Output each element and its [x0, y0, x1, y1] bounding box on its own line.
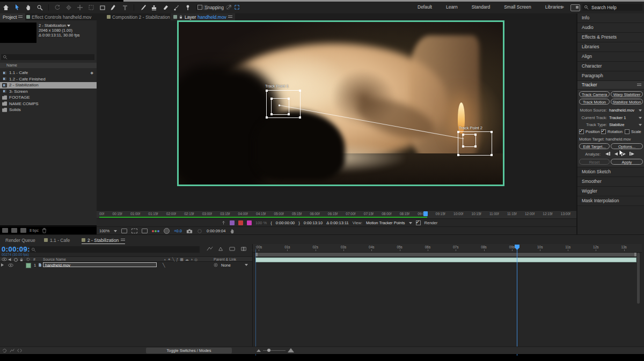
- edit-target-button[interactable]: Edit Target...: [579, 143, 610, 149]
- tracker-panel-header[interactable]: Tracker: [577, 81, 644, 90]
- help-search-input[interactable]: [590, 4, 641, 11]
- selection-tool-icon[interactable]: [13, 4, 21, 11]
- project-item-name-comps[interactable]: NAME COMPS: [0, 101, 97, 107]
- collapsed-panel-header[interactable]: Info: [577, 13, 644, 23]
- track-motion-button[interactable]: Track Motion: [579, 99, 610, 105]
- stabilize-motion-button[interactable]: Stabilize Motion: [611, 99, 643, 105]
- tab-composition[interactable]: Composition 2 - Stabilization: [104, 13, 173, 20]
- workspace-tab[interactable]: Standard: [472, 4, 491, 10]
- collapsed-panel-header[interactable]: Audio: [577, 23, 644, 33]
- collapsed-panel-header[interactable]: Effects & Presets: [577, 33, 644, 42]
- shy-layers-icon[interactable]: [229, 246, 236, 252]
- index-column-header[interactable]: #: [33, 257, 35, 261]
- collapsed-panel-header[interactable]: Wiggler: [577, 187, 644, 196]
- timeline-ruler[interactable]: :00s01s02s03s04s05s06s07s08s09s10s11s12s…: [253, 244, 642, 253]
- new-composition-icon[interactable]: [20, 228, 26, 233]
- region-of-interest-icon[interactable]: [142, 229, 148, 233]
- workspace-overflow-chevrons[interactable]: »: [561, 4, 564, 10]
- project-search-box[interactable]: [1, 54, 94, 60]
- workspace-tab[interactable]: Learn: [446, 4, 458, 10]
- shape-tool-icon[interactable]: [99, 4, 106, 11]
- set-out-point-button[interactable]: }: [298, 220, 300, 225]
- apply-button[interactable]: Apply: [611, 159, 643, 165]
- layer-row-handheld[interactable]: 1 handheld.mov ╲ None: [0, 262, 252, 268]
- trash-icon[interactable]: [42, 227, 47, 233]
- channel-settings-icon[interactable]: [152, 230, 159, 232]
- panel-menu-icon[interactable]: [228, 15, 232, 19]
- tab-layer[interactable]: Layer handheld.mov: [171, 13, 235, 20]
- layer-label-color[interactable]: [26, 263, 31, 268]
- draft-3d-icon[interactable]: [218, 246, 224, 252]
- timeline-search-box[interactable]: [30, 246, 200, 253]
- warp-stabilizer-button[interactable]: Warp Stabilizer: [611, 91, 643, 97]
- tab-project[interactable]: Project: [0, 13, 25, 20]
- tab-timeline-stabilization[interactable]: 2 - Stabilization: [82, 237, 125, 244]
- snapping-control[interactable]: Snapping: [197, 4, 240, 10]
- project-bpc-button[interactable]: 8 bpc: [30, 229, 39, 232]
- render-time-red-icon[interactable]: [238, 220, 243, 225]
- scale-checkbox[interactable]: Scale: [625, 129, 641, 134]
- project-item-footage[interactable]: FOOTAGE: [0, 94, 97, 101]
- collapsed-panel-header[interactable]: Smoother: [577, 177, 644, 187]
- show-snapshot-icon[interactable]: [197, 229, 202, 234]
- collapsed-panel-header[interactable]: Paragraph: [577, 71, 644, 81]
- source-name-column-header[interactable]: Source Name: [43, 257, 66, 261]
- roto-brush-tool-icon[interactable]: [173, 4, 180, 11]
- chevron-down-icon[interactable]: [639, 124, 642, 126]
- current-track-dropdown[interactable]: Tracker 1: [609, 115, 626, 120]
- zoom-knob[interactable]: [267, 349, 270, 352]
- always-preview-icon[interactable]: [221, 220, 226, 225]
- zoom-tool-icon[interactable]: [36, 4, 43, 11]
- options-button[interactable]: Options...: [611, 143, 643, 149]
- parent-pickwhip-icon[interactable]: [214, 263, 218, 267]
- current-time-readout[interactable]: 0:00:09:04: [207, 229, 225, 233]
- position-checkbox[interactable]: Position: [579, 129, 600, 134]
- analyze-1-frame-forward-button[interactable]: [628, 151, 635, 157]
- toggle-switches-modes-button[interactable]: Toggle Switches / Modes: [146, 348, 232, 353]
- chevron-down-icon[interactable]: [409, 222, 412, 224]
- layer-visibility-icon[interactable]: [8, 263, 13, 267]
- pen-tool-icon[interactable]: [110, 4, 118, 11]
- chevron-down-icon[interactable]: [67, 25, 70, 27]
- rotation-checkbox[interactable]: Rotation: [601, 129, 623, 134]
- workspace-tab[interactable]: Small Screen: [504, 4, 531, 10]
- reset-button[interactable]: Reset: [579, 159, 610, 165]
- chevron-down-icon[interactable]: [245, 264, 248, 266]
- render-order-icon[interactable]: [2, 348, 7, 353]
- zoom-dropdown[interactable]: 100%: [99, 229, 109, 233]
- in-point-value[interactable]: 0:00:00:00: [276, 220, 295, 225]
- choose-grid-icon[interactable]: [121, 229, 127, 233]
- help-search-box[interactable]: [582, 4, 642, 11]
- chevron-down-icon[interactable]: [639, 117, 642, 119]
- work-area-bar[interactable]: [255, 253, 636, 256]
- transparency-grid-icon[interactable]: [164, 228, 170, 234]
- panel-menu-icon[interactable]: [637, 83, 641, 87]
- layer-name[interactable]: handheld.mov: [43, 262, 157, 267]
- collapsed-panel-header[interactable]: Align: [577, 52, 644, 62]
- workspace-tab[interactable]: Default: [418, 4, 432, 10]
- project-item-cafe[interactable]: 1.1 - Cafe◆: [0, 70, 97, 76]
- zoom-out-icon[interactable]: [257, 349, 261, 352]
- solo-column-icon[interactable]: [14, 258, 18, 262]
- analyze-1-frame-backward-button[interactable]: [604, 151, 611, 157]
- set-in-point-button[interactable]: {: [270, 220, 272, 225]
- project-item-stabilization[interactable]: 2 - Stabilization: [0, 82, 97, 89]
- safe-margins-icon[interactable]: [131, 229, 137, 233]
- exposure-value[interactable]: +0.0: [174, 229, 182, 233]
- track-point-2-inner[interactable]: [463, 134, 476, 147]
- collapsed-panel-header[interactable]: Mask Interpolation: [577, 196, 644, 206]
- video-column-icon[interactable]: [2, 257, 7, 261]
- track-point-1-inner[interactable]: [271, 98, 289, 115]
- clone-stamp-tool-icon[interactable]: [150, 4, 158, 11]
- composition-viewport[interactable]: [177, 20, 504, 186]
- label-column-icon[interactable]: [26, 257, 31, 262]
- collapsed-panel-header[interactable]: Libraries: [577, 42, 644, 52]
- puppet-pin-tool-icon[interactable]: [184, 4, 192, 11]
- render-time-purple-icon[interactable]: [230, 220, 235, 225]
- layer-duration-bar[interactable]: [255, 257, 636, 262]
- snap-along-edges-icon[interactable]: [226, 4, 232, 10]
- panel-menu-icon[interactable]: [18, 15, 23, 19]
- project-list-header[interactable]: Name: [0, 63, 97, 68]
- parent-link-column-header[interactable]: Parent & Link: [214, 257, 236, 261]
- snap-features-icon[interactable]: [234, 4, 240, 10]
